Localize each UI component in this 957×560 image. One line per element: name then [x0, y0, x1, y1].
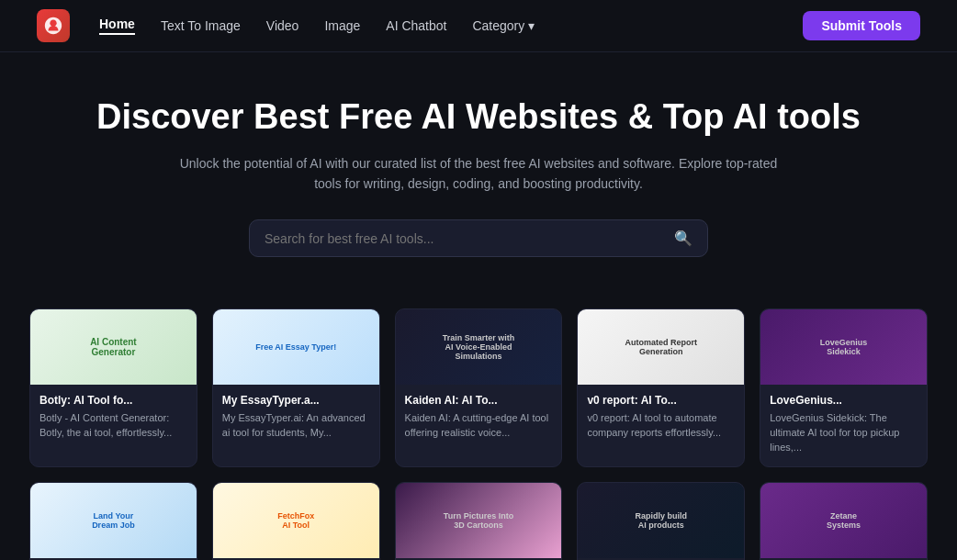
card-item[interactable]: AI ContentGenerator Botly: AI Tool fo...… [29, 308, 197, 467]
search-input[interactable] [265, 231, 665, 246]
card-thumbnail: Land YourDream Job [30, 483, 197, 558]
nav-home[interactable]: Home [99, 17, 135, 35]
card-thumbnail: ZetaneSystems [760, 483, 927, 558]
card-description: LoveGenius Sidekick: The ultimate AI too… [770, 411, 918, 455]
card-description: Kaiden AI: A cutting-edge AI tool offeri… [405, 411, 553, 441]
card-thumbnail: Turn Pictures Into3D Cartoons [396, 483, 562, 558]
card-item[interactable]: Land YourDream Job Careerflow: AI... Car… [29, 482, 197, 560]
chevron-down-icon: ▾ [528, 18, 535, 33]
nav-ai-chatbot[interactable]: AI Chatbot [386, 18, 446, 33]
hero-section: Discover Best Free AI Websites & Top AI … [0, 52, 957, 308]
card-title: Kaiden AI: AI To... [405, 394, 553, 407]
card-thumbnail: AI ContentGenerator [30, 309, 197, 385]
card-body: Botly: AI Tool fo... Botly - AI Content … [30, 385, 197, 452]
card-item[interactable]: Turn Pictures Into3D Cartoons Cartoonize… [395, 482, 563, 560]
submit-tools-button[interactable]: Submit Tools [803, 11, 920, 40]
card-thumbnail: Automated ReportGeneration [578, 309, 744, 385]
card-item[interactable]: Train Smarter withAI Voice-EnabledSimula… [395, 308, 563, 467]
hero-subtitle: Unlock the potential of AI with our cura… [166, 153, 791, 195]
search-wrapper: 🔍 [37, 219, 920, 257]
search-icon: 🔍 [674, 230, 692, 247]
card-body: Kaiden AI: AI To... Kaiden AI: A cutting… [396, 385, 562, 452]
card-thumbnail: LoveGeniusSidekick [760, 309, 927, 385]
nav-text-to-image[interactable]: Text To Image [161, 18, 241, 33]
card-description: My EssayTyper.ai: An advanced ai tool fo… [222, 411, 370, 441]
card-thumbnail: FetchFoxAI Tool [213, 483, 379, 558]
card-body: My EssayTyper.a... My EssayTyper.ai: An … [213, 385, 379, 452]
card-item[interactable]: Rapidly buildAI products Meteron AI: AI.… [577, 482, 745, 560]
card-item[interactable]: Free AI Essay Typer! My EssayTyper.a... … [212, 308, 380, 467]
nav-links: Home Text To Image Video Image AI Chatbo… [99, 17, 773, 35]
card-thumbnail: Rapidly buildAI products [578, 483, 744, 558]
card-body: v0 report: AI To... v0 report: AI tool t… [578, 385, 744, 452]
card-body: LoveGenius... LoveGenius Sidekick: The u… [760, 385, 927, 466]
nav-video[interactable]: Video [266, 18, 299, 33]
card-description: Botly - AI Content Generator: Botly, the… [39, 411, 187, 441]
card-item[interactable]: ZetaneSystems Zetane Systems:... Zetane … [760, 482, 928, 560]
card-title: LoveGenius... [770, 394, 918, 407]
logo[interactable] [37, 9, 70, 42]
card-item[interactable]: FetchFoxAI Tool FetchFox: AI Too... Fetc… [212, 482, 380, 560]
cards-section: AI ContentGenerator Botly: AI Tool fo...… [0, 308, 957, 560]
card-description: v0 report: AI tool to automate company r… [587, 411, 735, 441]
card-item[interactable]: Automated ReportGeneration v0 report: AI… [577, 308, 745, 467]
navbar: Home Text To Image Video Image AI Chatbo… [0, 0, 957, 52]
search-box: 🔍 [249, 219, 708, 257]
card-title: Botly: AI Tool fo... [39, 394, 187, 407]
card-title: v0 report: AI To... [587, 394, 735, 407]
cards-grid: AI ContentGenerator Botly: AI Tool fo...… [29, 308, 928, 560]
card-thumbnail: Train Smarter withAI Voice-EnabledSimula… [396, 309, 562, 385]
hero-title: Discover Best Free AI Websites & Top AI … [37, 96, 920, 139]
card-item[interactable]: LoveGeniusSidekick LoveGenius... LoveGen… [760, 308, 928, 467]
nav-image[interactable]: Image [324, 18, 360, 33]
card-thumbnail: Free AI Essay Typer! [213, 309, 379, 385]
nav-category[interactable]: Category ▾ [472, 18, 535, 33]
card-title: My EssayTyper.a... [222, 394, 370, 407]
